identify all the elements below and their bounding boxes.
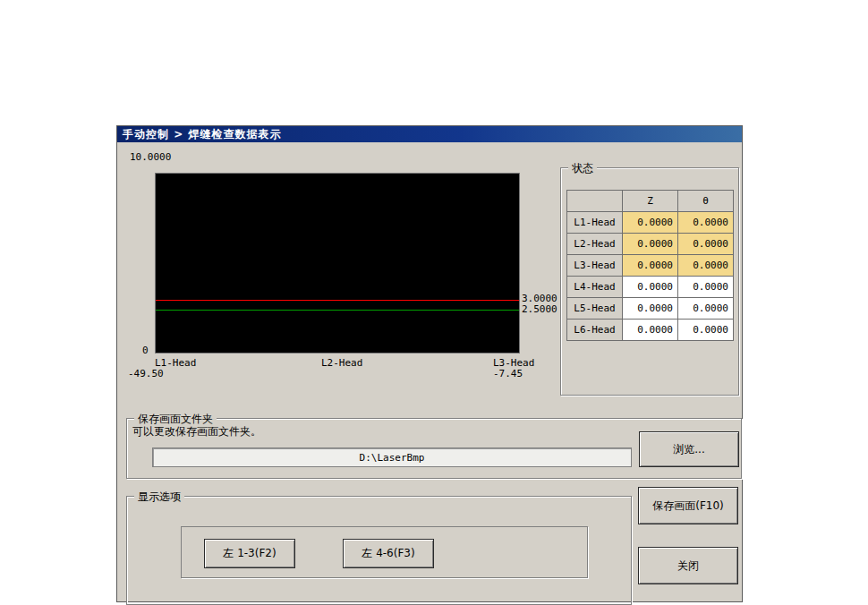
table-header-row: Z θ	[567, 191, 734, 212]
x-axis-left-value: -49.50	[128, 368, 164, 379]
save-folder-path-input[interactable]	[152, 447, 632, 467]
row-label: L5-Head	[567, 298, 623, 320]
chart-area: 10.0000 3.0000 2.5000 0 L1-Head L2-Head …	[117, 142, 560, 411]
x-axis-label-l2: L2-Head	[321, 357, 362, 369]
table-row: L3-Head 0.0000 0.0000	[567, 255, 734, 277]
theta-value: 0.0000	[678, 255, 734, 277]
threshold-line-red	[156, 300, 519, 301]
theta-value: 0.0000	[678, 277, 734, 298]
window-title: 手动控制 > 焊缝检查数据表示	[123, 128, 281, 141]
display-options-group: 显示选项 左 1-3(F2) 左 4-6(F3)	[126, 496, 632, 605]
save-screen-button[interactable]: 保存画面(F10)	[638, 487, 738, 524]
status-group-label: 状态	[568, 161, 597, 176]
y-axis-min-label: 0	[142, 345, 149, 356]
save-folder-group: 保存画面文件夹 可以更改保存画面文件夹。 浏览...	[126, 418, 742, 479]
row-label: L1-Head	[567, 212, 623, 234]
table-row: L1-Head 0.0000 0.0000	[567, 212, 734, 234]
y-axis-max-label: 10.0000	[130, 151, 171, 163]
theta-value: 0.0000	[678, 320, 734, 341]
theta-value: 0.0000	[678, 212, 734, 234]
z-value: 0.0000	[623, 212, 678, 234]
row-label: L3-Head	[567, 255, 623, 277]
table-row: L4-Head 0.0000 0.0000	[567, 277, 734, 298]
z-value: 0.0000	[623, 277, 678, 298]
dialog-window: 手动控制 > 焊缝检查数据表示 10.0000 3.0000 2.5000 0 …	[116, 125, 743, 602]
z-value: 0.0000	[623, 234, 678, 255]
x-axis-right-value: -7.45	[493, 368, 523, 379]
z-value: 0.0000	[623, 320, 678, 341]
status-col-z: Z	[623, 191, 678, 212]
theta-value: 0.0000	[678, 298, 734, 320]
z-value: 0.0000	[623, 255, 678, 277]
threshold-line-green	[156, 310, 519, 311]
table-row: L5-Head 0.0000 0.0000	[567, 298, 734, 320]
table-row: L2-Head 0.0000 0.0000	[567, 234, 734, 255]
close-button[interactable]: 关闭	[638, 547, 738, 584]
left-4-6-button[interactable]: 左 4-6(F3)	[343, 539, 434, 568]
row-label: L2-Head	[567, 234, 623, 255]
left-1-3-button[interactable]: 左 1-3(F2)	[204, 539, 295, 568]
display-options-inner-box: 左 1-3(F2) 左 4-6(F3)	[181, 526, 588, 578]
theta-value: 0.0000	[678, 234, 734, 255]
status-col-theta: θ	[678, 191, 734, 212]
save-folder-description: 可以更改保存画面文件夹。	[132, 424, 261, 439]
row-label: L6-Head	[567, 320, 623, 341]
threshold-green-label: 2.5000	[522, 303, 557, 315]
title-bar[interactable]: 手动控制 > 焊缝检查数据表示	[117, 126, 742, 142]
browse-button[interactable]: 浏览...	[639, 431, 739, 467]
status-group: 状态 Z θ L1-Head 0.0000 0.0000 L2-Head 0.0…	[560, 167, 739, 396]
status-col-empty	[567, 191, 623, 212]
row-label: L4-Head	[567, 277, 623, 298]
status-table: Z θ L1-Head 0.0000 0.0000 L2-Head 0.0000…	[566, 190, 734, 341]
display-options-group-label: 显示选项	[134, 490, 184, 505]
table-row: L6-Head 0.0000 0.0000	[567, 320, 734, 341]
plot-area	[155, 173, 520, 354]
z-value: 0.0000	[623, 298, 678, 320]
